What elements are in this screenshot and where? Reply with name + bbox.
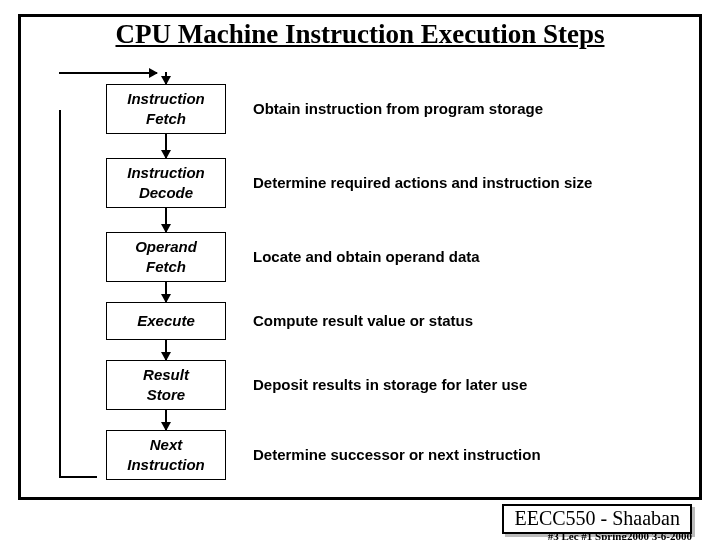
slide-frame: CPU Machine Instruction Execution Steps … xyxy=(18,14,702,500)
slide-title: CPU Machine Instruction Execution Steps xyxy=(21,19,699,50)
step-box-result-store: ResultStore xyxy=(106,360,226,410)
step-desc-5: Determine successor or next instruction xyxy=(253,446,541,463)
arrow-2-3 xyxy=(165,280,167,302)
step-desc-2: Locate and obtain operand data xyxy=(253,248,480,265)
step-label: OperandFetch xyxy=(135,238,197,275)
step-label: Execute xyxy=(137,312,195,329)
course-footer-text: EECC550 - Shaaban xyxy=(514,507,680,529)
step-desc-4: Deposit results in storage for later use xyxy=(253,376,527,393)
step-box-operand-fetch: OperandFetch xyxy=(106,232,226,282)
loop-top-arrow xyxy=(59,72,157,74)
step-box-execute: Execute xyxy=(106,302,226,340)
step-label: InstructionFetch xyxy=(127,90,205,127)
step-desc-3: Compute result value or status xyxy=(253,312,473,329)
step-label: InstructionDecode xyxy=(127,164,205,201)
step-box-instruction-decode: InstructionDecode xyxy=(106,158,226,208)
step-box-next-instruction: NextInstruction xyxy=(106,430,226,480)
step-desc-0: Obtain instruction from program storage xyxy=(253,100,543,117)
arrow-into-0 xyxy=(165,72,167,84)
step-label: ResultStore xyxy=(143,366,189,403)
step-label: NextInstruction xyxy=(127,436,205,473)
step-box-instruction-fetch: InstructionFetch xyxy=(106,84,226,134)
step-desc-1: Determine required actions and instructi… xyxy=(253,174,592,191)
arrow-1-2 xyxy=(165,206,167,232)
arrow-4-5 xyxy=(165,408,167,430)
arrow-3-4 xyxy=(165,338,167,360)
slide-footnote: #3 Lec #1 Spring2000 3-6-2000 xyxy=(548,530,692,540)
arrow-0-1 xyxy=(165,132,167,158)
loop-back-line xyxy=(59,110,97,478)
